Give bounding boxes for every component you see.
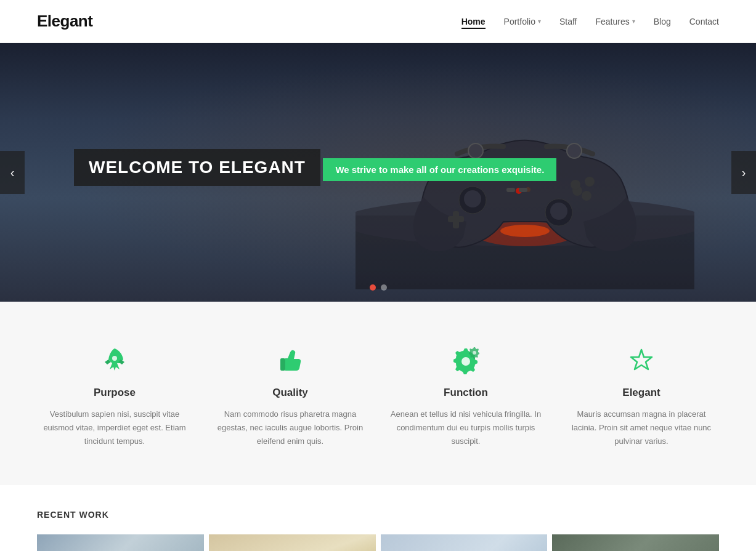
feature-function: Function Aenean et tellus id nisi vehicu… — [391, 345, 542, 448]
carousel-dots — [370, 284, 387, 291]
hero-content: WELCOME TO ELEGANT We strive to make all… — [0, 149, 556, 196]
feature-function-desc: Aenean et tellus id nisi vehicula fringi… — [391, 408, 542, 448]
portfolio-chevron-icon: ▾ — [538, 18, 541, 25]
svg-point-20 — [112, 356, 117, 361]
svg-point-11 — [585, 177, 595, 187]
features-chevron-icon: ▾ — [632, 18, 635, 25]
nav-link-portfolio[interactable]: Portfolio ▾ — [504, 17, 541, 26]
hero-title-box: WELCOME TO ELEGANT — [74, 149, 320, 186]
star-icon — [625, 345, 657, 377]
carousel-dot-2[interactable] — [381, 284, 387, 291]
nav-item-staff[interactable]: Staff — [559, 16, 577, 27]
nav-item-features[interactable]: Features ▾ — [595, 17, 635, 26]
svg-point-23 — [473, 351, 476, 355]
svg-point-13 — [571, 180, 580, 190]
recent-work-title: RECENT WORK — [37, 510, 719, 520]
nav-link-features[interactable]: Features ▾ — [595, 17, 635, 26]
feature-elegant-desc: Mauris accumsan magna in placerat lacini… — [566, 408, 717, 448]
svg-rect-9 — [448, 216, 464, 222]
nav-link-staff[interactable]: Staff — [559, 17, 577, 26]
feature-purpose-desc: Vestibulum sapien nisi, suscipit vitae e… — [39, 408, 190, 448]
carousel-next-icon: › — [742, 166, 746, 180]
nav-item-contact[interactable]: Contact — [689, 16, 719, 27]
feature-quality: Quality Nam commodo risus pharetra magna… — [215, 345, 366, 448]
nav-item-blog[interactable]: Blog — [654, 16, 671, 27]
carousel-prev-icon: ‹ — [10, 166, 15, 180]
work-item-3[interactable] — [381, 534, 548, 551]
features-grid: Purpose Vestibulum sapien nisi, suscipit… — [39, 345, 717, 448]
gear-icon — [450, 345, 482, 377]
feature-quality-title: Quality — [272, 387, 308, 399]
svg-point-3 — [500, 225, 550, 237]
feature-purpose-title: Purpose — [94, 387, 136, 399]
feature-quality-desc: Nam commodo risus pharetra magna egestas… — [215, 408, 366, 448]
feature-elegant-title: Elegant — [622, 387, 660, 399]
carousel-prev-button[interactable]: ‹ — [0, 151, 25, 194]
svg-point-12 — [582, 191, 591, 201]
nav-link-blog[interactable]: Blog — [654, 17, 671, 26]
nav-link-home[interactable]: Home — [461, 17, 486, 29]
thumbsup-icon — [274, 345, 306, 377]
feature-elegant: Elegant Mauris accumsan magna in placera… — [566, 345, 717, 448]
svg-point-22 — [461, 357, 470, 366]
rocket-icon — [99, 345, 131, 377]
nav-item-portfolio[interactable]: Portfolio ▾ — [504, 17, 541, 26]
hero-subtitle: We strive to make all of our creations e… — [335, 164, 544, 175]
svg-point-17 — [567, 143, 582, 158]
site-logo[interactable]: Elegant — [37, 12, 92, 31]
nav-item-home[interactable]: Home — [461, 16, 486, 27]
nav-link-contact[interactable]: Contact — [689, 17, 719, 26]
work-item-1[interactable] — [37, 534, 204, 551]
main-nav: Home Portfolio ▾ Staff Features ▾ Blog — [461, 16, 719, 27]
features-section: Purpose Vestibulum sapien nisi, suscipit… — [0, 302, 756, 485]
feature-function-title: Function — [444, 387, 488, 399]
hero-subtitle-box: We strive to make all of our creations e… — [323, 158, 556, 181]
feature-purpose: Purpose Vestibulum sapien nisi, suscipit… — [39, 345, 190, 448]
work-item-2[interactable] — [209, 534, 376, 551]
work-grid — [37, 534, 719, 551]
hero-section: WELCOME TO ELEGANT We strive to make all… — [0, 43, 756, 302]
svg-rect-21 — [280, 358, 285, 371]
nav-list: Home Portfolio ▾ Staff Features ▾ Blog — [461, 16, 719, 27]
recent-work-section: RECENT WORK — [0, 485, 756, 551]
svg-point-7 — [550, 203, 567, 220]
carousel-next-button[interactable]: › — [731, 151, 756, 194]
work-item-4[interactable] — [552, 534, 719, 551]
site-header: Elegant Home Portfolio ▾ Staff Features … — [0, 0, 756, 43]
carousel-dot-1[interactable] — [370, 284, 376, 291]
hero-title: WELCOME TO ELEGANT — [89, 158, 306, 177]
